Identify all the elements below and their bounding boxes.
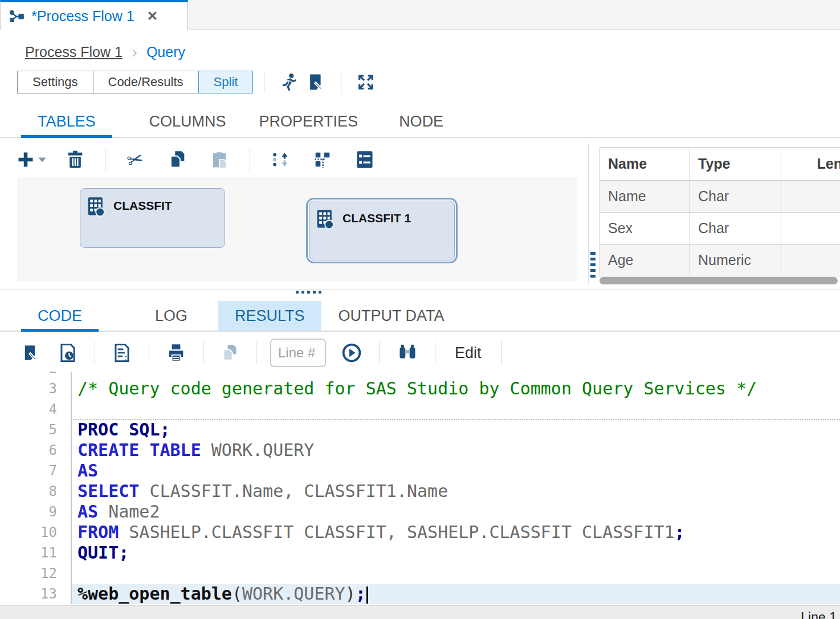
table-cell: Sex [600,213,690,245]
table-cell: Numeric [690,245,781,276]
divider [264,71,264,93]
line-number: 13 [0,584,72,604]
table-row[interactable]: AgeNumeric [600,245,840,276]
run-button[interactable] [276,73,302,91]
svg-text:;: ; [124,352,128,362]
goto-line-button[interactable] [337,343,366,363]
code-line-text: CREATE TABLE WORK.QUERY [72,440,314,461]
tab-node[interactable]: NODE [399,106,443,137]
document-tab-bar: *Process Flow 1 ✕ [0,0,840,30]
column-header-type[interactable]: Type [690,148,781,181]
properties-list-button[interactable] [352,150,378,169]
code-line-10: 10FROM SASHELP.CLASSFIT CLASSFIT, SASHEL… [0,522,840,543]
maximize-icon[interactable] [353,74,379,91]
line-number: 4 [0,399,72,420]
reorder-button[interactable] [267,150,293,169]
view-button-settings[interactable]: Settings [17,71,93,93]
columns-table: NameTypeLen NameCharSexCharAgeNumeric [600,147,840,276]
code-line-13: 13%web_open_table(WORK.QUERY); [0,584,840,604]
add-table-button[interactable] [17,151,47,168]
results-panel-tabs: CODELOGRESULTSOUTPUT DATA [0,301,840,332]
tab-tables[interactable]: TABLES [21,106,112,137]
line-number: 11 [0,543,72,563]
splitter-line [0,289,840,290]
table-cell [781,245,840,276]
process-flow-icon [9,9,25,25]
flow-toolbar: ✂ [17,144,378,176]
horizontal-scrollbar[interactable] [600,277,838,284]
copy-button[interactable] [164,150,190,169]
tab-title: *Process Flow 1 [31,8,134,25]
table-cell [781,213,840,245]
edit-program-button[interactable] [302,73,329,91]
code-line-4: 4 [0,399,840,420]
format-code-button[interactable]: ; [109,344,135,362]
code-line-text: QUIT; [72,543,129,563]
code-line-text: /* Query code generated for SAS Studio b… [72,378,757,399]
edit-program-button-2[interactable] [17,344,43,362]
breadcrumb: Process Flow 1 › Query [25,43,185,60]
tab-log[interactable]: LOG [155,301,187,331]
view-button-split[interactable]: Split [198,71,254,93]
submission-history-button[interactable] [55,344,81,362]
code-line-8: 8SELECT CLASSFIT.Name, CLASSFIT1.Name [0,481,840,502]
tab-output-data[interactable]: OUTPUT DATA [339,301,445,331]
cut-button[interactable]: ✂ [120,145,150,174]
breadcrumb-query: Query [146,44,185,60]
code-editor[interactable]: 23/* Query code generated for SAS Studio… [0,372,840,605]
column-header-len[interactable]: Len [781,148,840,181]
view-button-code-results[interactable]: Code/Results [93,71,199,93]
line-number: 5 [0,420,72,440]
line-number: 12 [0,563,72,584]
tab-process-flow-1[interactable]: *Process Flow 1 ✕ [0,0,188,30]
code-line-text: FROM SASHELP.CLASSFIT CLASSFIT, SASHELP.… [72,522,685,543]
tab-code[interactable]: CODE [21,301,99,331]
delete-button[interactable] [63,150,88,169]
edit-menu-button[interactable]: Edit [449,344,487,362]
find-button[interactable] [394,344,421,362]
code-line-text: AS Name2 [72,502,160,522]
line-number: 6 [0,440,72,461]
code-line-5: 5PROC SQL; [0,420,840,440]
process-flow-canvas[interactable]: CLASSFIT CLASSFIT 1 [17,177,577,281]
tab-results[interactable]: RESULTS [218,301,321,331]
divider [149,341,149,364]
goto-line-input[interactable] [270,339,326,367]
code-line-9: 9AS Name2 [0,502,840,522]
query-panel-tabs: TABLESCOLUMNSPROPERTIESNODE [0,106,840,138]
divider [501,341,501,364]
code-line-text: SELECT CLASSFIT.Name, CLASSFIT1.Name [72,481,448,502]
table-row[interactable]: SexChar [600,213,840,245]
chevron-down-icon [38,156,47,163]
paste-button[interactable] [206,150,233,169]
close-icon[interactable]: ✕ [147,9,158,24]
node-label: CLASSFIT 1 [342,209,411,225]
divider [435,341,435,364]
flow-node-classfit-1[interactable]: CLASSFIT 1 [309,201,455,260]
breadcrumb-process-flow[interactable]: Process Flow 1 [25,44,123,60]
horizontal-splitter-handle[interactable] [296,291,321,294]
table-cell: Char [690,213,781,245]
code-line-text: AS [72,461,98,481]
code-line-11: 11QUIT; [0,543,840,563]
divider [250,148,250,171]
tab-columns[interactable]: COLUMNS [149,106,226,137]
cursor-position-label: Line 1 [801,610,837,619]
table-cell: Name [600,181,690,213]
tab-properties[interactable]: PROPERTIES [259,106,358,137]
view-switcher: SettingsCode/ResultsSplit [17,71,379,93]
table-row[interactable]: NameChar [600,181,840,213]
flow-node-classfit[interactable]: CLASSFIT [80,188,225,248]
vertical-drag-handle[interactable] [590,252,596,278]
copy-button-disabled[interactable] [217,344,242,361]
columns-table-header: NameTypeLen [600,148,840,181]
code-line-12: 12 [0,563,840,584]
print-button[interactable] [163,344,189,362]
divider [380,341,380,364]
layout-split-button[interactable] [309,150,336,169]
code-line-2: 2 [0,372,840,378]
table-icon [316,209,335,230]
column-header-name[interactable]: Name [600,148,690,181]
divider [203,341,203,364]
table-cell [781,181,840,213]
